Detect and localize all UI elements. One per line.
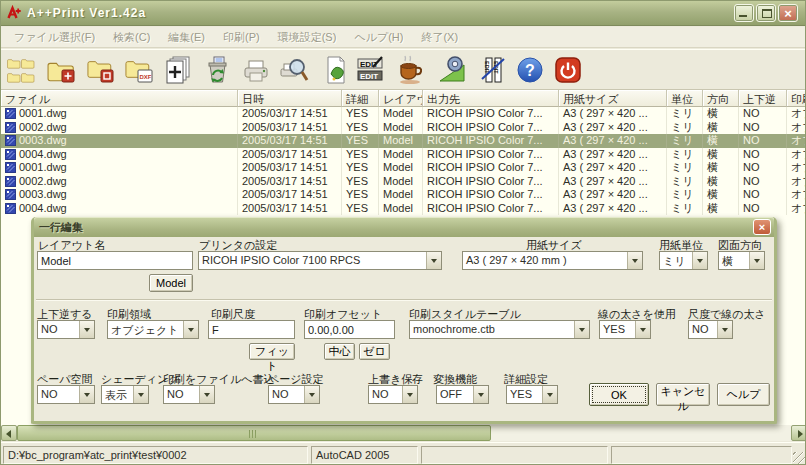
paper-unit-select[interactable]: ミリ <box>659 251 708 270</box>
detail-setting-select[interactable]: YES <box>506 385 558 404</box>
dialog-close-button[interactable]: × <box>753 219 771 235</box>
shading-select[interactable]: 表示 <box>101 385 149 404</box>
overwrite-save-select[interactable]: NO <box>368 385 418 404</box>
paper-space-select[interactable]: NO <box>37 385 95 404</box>
print-preview-button[interactable] <box>276 52 312 87</box>
cell-unit: ミリ <box>667 148 703 162</box>
dwg-file-icon <box>5 149 16 160</box>
layout-name-input[interactable] <box>37 251 193 270</box>
dropdown-arrow-icon[interactable] <box>749 252 764 269</box>
menu-item-4[interactable]: 印刷(P) <box>214 28 269 47</box>
column-header-flip[interactable]: 上下逆 <box>739 90 787 107</box>
drawing-orientation-select[interactable]: 横 <box>718 251 765 270</box>
help-dialog-button[interactable]: ヘルプ <box>717 383 770 406</box>
print-to-file-select[interactable]: NO <box>163 385 215 404</box>
cancel-button[interactable]: キャンセル <box>656 383 710 406</box>
dropdown-arrow-icon[interactable] <box>473 386 488 403</box>
scrollbar-thumb[interactable] <box>17 425 491 441</box>
menu-item-2[interactable]: 検索(C) <box>104 28 159 47</box>
dropdown-arrow-icon[interactable] <box>199 386 214 403</box>
cell-file: 0002.dwg <box>1 175 238 189</box>
exit-button[interactable] <box>550 52 586 87</box>
dropdown-arrow-icon[interactable] <box>426 252 441 269</box>
dropdown-arrow-icon[interactable] <box>635 321 650 338</box>
coffee-break-button[interactable] <box>393 52 429 87</box>
page-setup-select[interactable]: NO <box>268 385 320 404</box>
dropdown-arrow-icon[interactable] <box>717 321 732 338</box>
column-header-area[interactable]: 印刷領域 <box>787 90 806 107</box>
column-header-layout[interactable]: レイアウト <box>379 90 423 107</box>
column-header-file[interactable]: ファイル <box>1 90 238 107</box>
dropdown-arrow-icon[interactable] <box>627 252 642 269</box>
edit-list-button[interactable]: EDIT EDIT <box>475 52 511 87</box>
fit-button[interactable]: フィット <box>249 343 295 360</box>
file-convert-button[interactable] <box>318 52 354 87</box>
dropdown-arrow-icon[interactable] <box>79 386 94 403</box>
column-header-paper[interactable]: 用紙サイズ <box>559 90 667 107</box>
dropdown-arrow-icon[interactable] <box>402 386 417 403</box>
resize-grip-icon[interactable] <box>793 452 806 465</box>
column-header-detail[interactable]: 詳細 <box>342 90 379 107</box>
remove-files-button[interactable] <box>199 52 235 87</box>
scroll-left-button[interactable] <box>1 425 17 441</box>
measure-preview-button[interactable] <box>435 52 471 87</box>
table-row[interactable]: 0003.dwg2005/03/17 14:51YESModelRICOH IP… <box>1 134 806 148</box>
column-header-output[interactable]: 出力先 <box>423 90 559 107</box>
menu-item-1[interactable]: ファイル選択(F) <box>5 28 104 47</box>
table-row[interactable]: 0001.dwg2005/03/17 14:51YESModelRICOH IP… <box>1 107 806 121</box>
print-area-select[interactable]: オブジェクト <box>107 320 199 339</box>
print-offset-input[interactable] <box>304 320 395 339</box>
dropdown-arrow-icon[interactable] <box>79 321 94 338</box>
scroll-right-button[interactable] <box>791 425 806 441</box>
dropdown-arrow-icon[interactable] <box>574 321 589 338</box>
dropdown-arrow-icon[interactable] <box>304 386 319 403</box>
open-folder-dwg-button[interactable] <box>43 52 79 87</box>
column-header-orientation[interactable]: 方向 <box>703 90 739 107</box>
use-lineweight-select[interactable]: YES <box>599 320 651 339</box>
menu-item-5[interactable]: 環境設定(S) <box>269 28 346 47</box>
dropdown-arrow-icon[interactable] <box>692 252 707 269</box>
open-multiple-files-icon <box>6 55 36 85</box>
table-row[interactable]: 0002.dwg2005/03/17 14:51YESModelRICOH IP… <box>1 121 806 135</box>
dropdown-arrow-icon[interactable] <box>133 386 148 403</box>
row-edit-dialog: 一行編集 × レイアウト名 プリンタの設定 用紙サイズ 用紙単位 図面方向 RI… <box>31 217 777 424</box>
column-header-unit[interactable]: 単位 <box>667 90 703 107</box>
table-row[interactable]: 0002.dwg2005/03/17 14:51YESModelRICOH IP… <box>1 175 806 189</box>
convert-select[interactable]: OFF <box>436 385 489 404</box>
ok-button[interactable]: OK <box>589 383 649 406</box>
help-button[interactable]: ? <box>512 52 548 87</box>
paper-size-select[interactable]: A3 ( 297 × 420 mm ) <box>462 251 643 270</box>
maximize-button[interactable] <box>756 4 776 22</box>
edit-mode-button[interactable]: EDIT EDIT <box>352 52 388 87</box>
dropdown-arrow-icon[interactable] <box>183 321 198 338</box>
table-row[interactable]: 0004.dwg2005/03/17 14:51YESModelRICOH IP… <box>1 202 806 216</box>
style-table-select[interactable]: monochrome.ctb <box>409 320 590 339</box>
dropdown-arrow-icon[interactable] <box>542 386 557 403</box>
add-files-button[interactable] <box>161 52 197 87</box>
horizontal-scrollbar[interactable] <box>1 425 806 441</box>
table-row[interactable]: 0001.dwg2005/03/17 14:51YESModelRICOH IP… <box>1 161 806 175</box>
add-folder-dwg-button[interactable] <box>83 52 119 87</box>
center-button[interactable]: 中心 <box>324 343 355 360</box>
flip-select[interactable]: NO <box>37 320 95 339</box>
menu-item-7[interactable]: 終了(X) <box>412 28 467 47</box>
cell-layout: Model <box>379 188 423 202</box>
add-folder-dxf-button[interactable]: DXF <box>121 52 157 87</box>
close-button[interactable]: × <box>778 4 798 22</box>
minimize-button[interactable] <box>734 4 754 22</box>
zero-button[interactable]: ゼロ <box>359 343 390 360</box>
printer-select[interactable]: RICOH IPSIO Color 7100 RPCS <box>198 251 442 270</box>
model-button[interactable]: Model <box>149 274 193 292</box>
menu-item-6[interactable]: ヘルプ(H) <box>345 28 412 47</box>
scale-lineweight-select[interactable]: NO <box>688 320 733 339</box>
cell-file: 0002.dwg <box>1 121 238 135</box>
print-scale-input[interactable] <box>208 320 295 339</box>
minimize-icon <box>739 15 747 17</box>
dialog-title-bar[interactable]: 一行編集 × <box>34 217 774 237</box>
table-row[interactable]: 0003.dwg2005/03/17 14:51YESModelRICOH IP… <box>1 188 806 202</box>
open-multiple-files-button[interactable] <box>3 52 39 87</box>
menu-item-3[interactable]: 編集(E) <box>159 28 214 47</box>
print-button[interactable] <box>238 52 274 87</box>
column-header-datetime[interactable]: 日時 <box>238 90 342 107</box>
table-row[interactable]: 0004.dwg2005/03/17 14:51YESModelRICOH IP… <box>1 148 806 162</box>
